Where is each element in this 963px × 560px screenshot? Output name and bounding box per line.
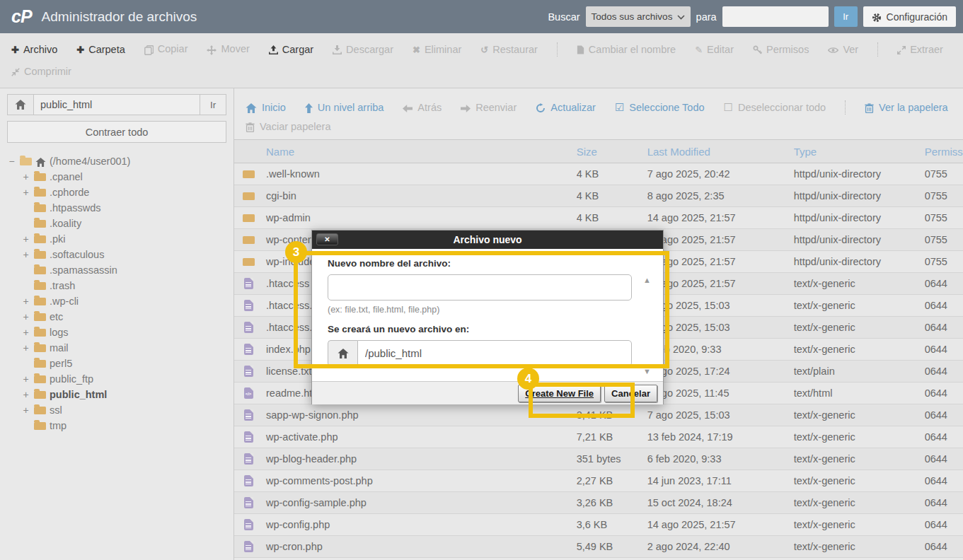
- file-size: 4 KB: [577, 212, 647, 223]
- tree-item-cpanel[interactable]: +.cpanel: [7, 169, 226, 185]
- scroll-up-icon[interactable]: ▲: [643, 276, 651, 284]
- toolbar-item-label: Descargar: [346, 44, 393, 55]
- tree-item-public-html[interactable]: +public_html: [7, 387, 226, 402]
- expand-icon[interactable]: +: [21, 311, 30, 322]
- file-name[interactable]: wp-admin: [263, 212, 577, 223]
- tree-item-htpasswds[interactable]: .htpasswds: [7, 200, 226, 216]
- table-row[interactable]: sapp-wp-signon.php3,41 KB7 ago 2025, 15:…: [234, 404, 963, 426]
- file-table-header: Name Size Last Modified Type Permissions: [234, 140, 963, 163]
- table-row[interactable]: wp-admin4 KB14 ago 2025, 21:57httpd/unix…: [234, 207, 963, 229]
- cpanel-logo: cP: [11, 6, 32, 27]
- nav-item-actualizar[interactable]: Actualizar: [536, 102, 596, 113]
- table-row[interactable]: wp-comments-post.php2,27 KB14 jun 2023, …: [234, 470, 963, 492]
- table-row[interactable]: wp-config.php3,6 KB14 ago 2025, 21:57tex…: [234, 514, 963, 536]
- tree-item-home4-user001[interactable]: −(/home4/user001): [7, 153, 226, 169]
- tree-item-mail[interactable]: +mail: [7, 340, 226, 356]
- toolbar-item-carpeta[interactable]: ✚Carpeta: [76, 44, 125, 55]
- uncheck-icon: ☐: [724, 102, 733, 113]
- delete-icon: ✖: [413, 44, 420, 55]
- file-modified: 6 feb 2020, 9:33: [647, 453, 794, 465]
- close-icon[interactable]: ✕: [316, 233, 338, 245]
- file-name[interactable]: sapp-wp-signon.php: [263, 409, 577, 421]
- table-row[interactable]: wp-activate.php7,21 KB13 feb 2024, 17:19…: [234, 426, 963, 448]
- tree-item-etc[interactable]: +etc: [7, 309, 226, 325]
- tree-item-pki[interactable]: +.pki: [7, 231, 226, 247]
- new-file-path-input[interactable]: [357, 340, 632, 366]
- cancel-button[interactable]: Cancelar: [604, 385, 657, 402]
- file-name[interactable]: cgi-bin: [263, 190, 577, 202]
- toolbar-item-cargar[interactable]: Cargar: [269, 44, 313, 55]
- sidebar-go-button[interactable]: Ir: [200, 94, 226, 115]
- tree-item-softaculous[interactable]: +.softaculous: [7, 247, 226, 262]
- collapse-icon[interactable]: −: [7, 156, 16, 167]
- toolbar-item-archivo[interactable]: ✚Archivo: [11, 44, 57, 55]
- tree-item-logs[interactable]: +logs: [7, 325, 226, 340]
- expand-icon[interactable]: +: [21, 373, 30, 385]
- expand-icon[interactable]: +: [21, 233, 30, 245]
- column-header-type[interactable]: Type: [794, 146, 925, 158]
- new-file-name-input[interactable]: [328, 274, 632, 301]
- create-new-file-button[interactable]: Create New File: [518, 385, 601, 402]
- tree-item-spamassassin[interactable]: .spamassassin: [7, 262, 226, 278]
- nav-item-seleccione-todo[interactable]: ☑Seleccione Todo: [615, 102, 705, 113]
- collapse-all-button[interactable]: Contraer todo: [7, 121, 226, 143]
- sidebar-path-input[interactable]: [33, 94, 200, 115]
- tree-item-trash[interactable]: .trash: [7, 278, 226, 293]
- table-row[interactable]: cgi-bin4 KB8 ago 2025, 2:35httpd/unix-di…: [234, 185, 963, 207]
- expand-icon[interactable]: +: [21, 404, 30, 416]
- file-name[interactable]: wp-cron.php: [263, 541, 577, 552]
- nav-item-un-nivel-arriba[interactable]: Un nivel arriba: [305, 102, 384, 113]
- tree-item-wp-cli[interactable]: +.wp-cli: [7, 293, 226, 309]
- file-name[interactable]: wp-activate.php: [263, 431, 577, 443]
- expand-icon[interactable]: +: [21, 171, 30, 182]
- settings-button[interactable]: Configuración: [863, 6, 956, 27]
- file-name[interactable]: .well-known: [263, 168, 577, 180]
- expand-icon[interactable]: +: [21, 342, 30, 354]
- tree-item-koality[interactable]: .koality: [7, 216, 226, 231]
- file-permissions: 0644: [925, 497, 963, 508]
- file-name[interactable]: wp-config.php: [263, 519, 577, 530]
- folder-icon: [34, 407, 46, 414]
- table-row[interactable]: .well-known4 KB7 ago 2025, 20:42httpd/un…: [234, 163, 963, 185]
- file-modified: 14 ago 2025, 21:57: [647, 519, 794, 530]
- search-scope-select[interactable]: Todos sus archivos: [586, 6, 691, 27]
- tree-item-label: .htpasswds: [50, 202, 101, 214]
- table-row[interactable]: wp-cron.php5,49 KB2 ago 2024, 22:40text/…: [234, 536, 963, 558]
- file-name[interactable]: wp-config-sample.php: [263, 497, 577, 508]
- nav-item-ver-la-papelera[interactable]: Ver la papelera: [865, 102, 948, 113]
- rename-icon: [577, 44, 584, 55]
- search-go-button[interactable]: Ir: [834, 6, 858, 27]
- expand-icon[interactable]: +: [21, 389, 30, 400]
- expand-icon[interactable]: +: [21, 327, 30, 338]
- column-header-last-modified[interactable]: Last Modified: [647, 146, 794, 158]
- tree-item-cphorde[interactable]: +.cphorde: [7, 185, 226, 200]
- tree-item-tmp[interactable]: tmp: [7, 418, 226, 433]
- tree-item-public-ftp[interactable]: +public_ftp: [7, 371, 226, 387]
- home-icon[interactable]: [328, 340, 357, 366]
- expand-icon[interactable]: +: [21, 187, 30, 198]
- scroll-down-icon[interactable]: ▼: [643, 367, 651, 375]
- tree-item-label: .spamassassin: [50, 264, 117, 276]
- file-modified: 14 ago 2025, 21:57: [647, 278, 794, 289]
- file-name[interactable]: wp-blog-header.php: [263, 453, 577, 465]
- search-label: Buscar: [548, 11, 579, 23]
- column-header-name[interactable]: Name: [263, 146, 577, 158]
- file-type: text/x-generic: [794, 497, 925, 508]
- table-row[interactable]: wp-blog-header.php351 bytes6 feb 2020, 9…: [234, 448, 963, 470]
- column-header-permissions[interactable]: Permissions: [925, 146, 963, 158]
- toolbar-item-ver: Ver: [828, 44, 858, 55]
- nav-item-label: Actualizar: [550, 102, 596, 113]
- nav-item-inicio[interactable]: Inicio: [246, 102, 286, 113]
- tree-item-label: .trash: [50, 280, 75, 291]
- home-icon[interactable]: [7, 94, 33, 115]
- gear-icon: [872, 11, 882, 22]
- table-row[interactable]: wp-config-sample.php3,26 KB15 oct 2024, …: [234, 492, 963, 514]
- new-file-dialog-body: Nuevo nombre del archivo: (ex: file.txt,…: [312, 249, 663, 381]
- column-header-size[interactable]: Size: [577, 146, 647, 158]
- tree-item-ssl[interactable]: +ssl: [7, 402, 226, 418]
- expand-icon[interactable]: +: [21, 296, 30, 307]
- tree-item-perl5[interactable]: perl5: [7, 356, 226, 371]
- file-name[interactable]: wp-comments-post.php: [263, 475, 577, 486]
- search-input[interactable]: [722, 6, 829, 27]
- expand-icon[interactable]: +: [21, 249, 30, 260]
